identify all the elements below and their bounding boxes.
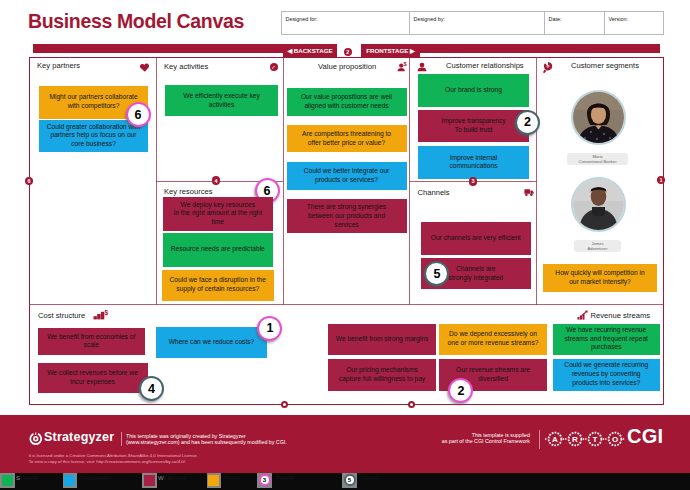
svg-text:$: $ (404, 61, 408, 67)
svg-text:O: O (612, 435, 618, 444)
svg-text:A: A (552, 435, 558, 444)
svg-text:$: $ (105, 310, 108, 317)
svg-text:T: T (593, 435, 598, 444)
svg-text:R: R (572, 435, 578, 444)
